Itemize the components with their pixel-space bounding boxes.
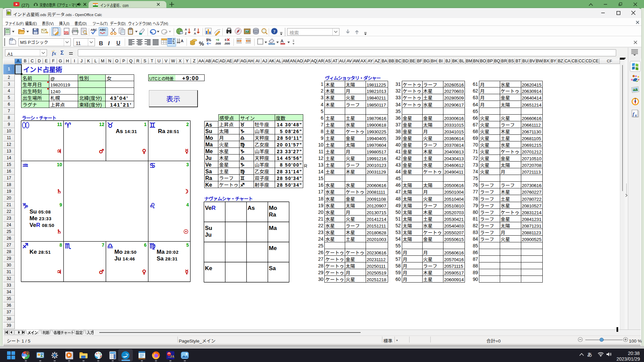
svg-text:JA: JA	[170, 354, 174, 358]
svg-text:x: x	[635, 114, 637, 117]
svg-text:y: y	[27, 352, 28, 355]
svg-text:一: 一	[168, 356, 170, 359]
svg-text:N: N	[635, 98, 636, 100]
